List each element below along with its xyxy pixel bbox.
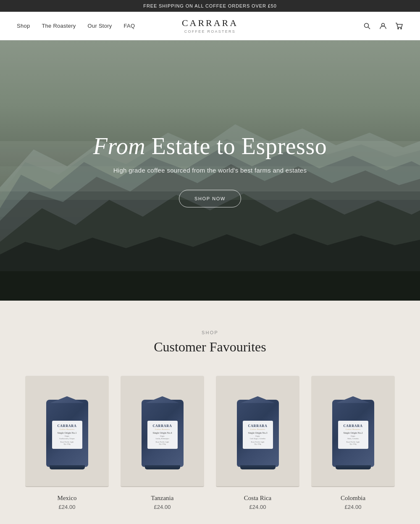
logo-title: CARRARA (182, 18, 238, 28)
cart-icon[interactable] (395, 22, 403, 30)
svg-point-0 (365, 23, 369, 27)
bag-label-costarica: CARRARA Coffee Roasters Single Origin No… (243, 421, 273, 448)
nav-roastery[interactable]: The Roastery (42, 23, 76, 29)
header: Shop The Roastery Our Story FAQ CARRARA … (0, 12, 420, 40)
products-grid: CARRARA Coffee Roasters Single Origin No… (25, 376, 395, 510)
product-image-mexico: CARRARA Coffee Roasters Single Origin No… (25, 376, 109, 487)
nav-our-story[interactable]: Our Story (88, 23, 112, 29)
shop-label: SHOP (25, 330, 395, 335)
hero-title: From Estate to Espresso (93, 134, 327, 160)
hero-title-rest: Estate to Espresso (145, 133, 327, 159)
product-card-mexico[interactable]: CARRARA Coffee Roasters Single Origin No… (25, 376, 109, 510)
main-nav: Shop The Roastery Our Story FAQ (17, 23, 135, 29)
header-icons (363, 22, 403, 30)
svg-point-3 (398, 28, 399, 29)
logo-subtitle: COFFEE ROASTERS (182, 29, 238, 34)
coffee-bag-costarica: CARRARA Coffee Roasters Single Origin No… (237, 400, 279, 467)
coffee-bag-colombia: CARRARA Coffee Roasters Single Origin No… (332, 400, 374, 467)
product-name-costarica: Costa Rica (216, 495, 299, 502)
hero-title-italic: From (93, 133, 146, 159)
coffee-bag-tanzania: CARRARA Coffee Roasters Single Origin No… (142, 400, 184, 467)
product-name-mexico: Mexico (25, 495, 109, 502)
product-price-mexico: £24.00 (25, 504, 109, 510)
hero-content: From Estate to Espresso High grade coffe… (93, 134, 327, 208)
account-icon[interactable] (379, 22, 387, 30)
product-name-colombia: Colombia (311, 495, 395, 502)
svg-rect-12 (0, 271, 420, 301)
nav-shop[interactable]: Shop (17, 23, 30, 29)
search-icon[interactable] (363, 22, 371, 30)
bag-label-mexico: CARRARA Coffee Roasters Single Origin No… (52, 421, 82, 448)
nav-faq[interactable]: FAQ (124, 23, 135, 29)
product-image-tanzania: CARRARA Coffee Roasters Single Origin No… (121, 376, 204, 487)
announcement-text: FREE SHIPPING ON ALL COFFEE ORDERS OVER … (143, 3, 276, 8)
svg-point-4 (401, 28, 402, 29)
product-price-costarica: £24.00 (216, 504, 299, 510)
announcement-bar: FREE SHIPPING ON ALL COFFEE ORDERS OVER … (0, 0, 420, 12)
product-price-tanzania: £24.00 (121, 504, 204, 510)
coffee-bag-mexico: CARRARA Coffee Roasters Single Origin No… (46, 400, 88, 467)
product-card-colombia[interactable]: CARRARA Coffee Roasters Single Origin No… (311, 376, 395, 510)
hero-cta-button[interactable]: SHOP NOW (179, 190, 241, 207)
product-name-tanzania: Tanzania (121, 495, 204, 502)
product-card-tanzania[interactable]: CARRARA Coffee Roasters Single Origin No… (121, 376, 204, 510)
product-price-colombia: £24.00 (311, 504, 395, 510)
bag-label-colombia: CARRARA Coffee Roasters Single Origin No… (338, 421, 368, 448)
product-image-costarica: CARRARA Coffee Roasters Single Origin No… (216, 376, 299, 487)
product-image-colombia: CARRARA Coffee Roasters Single Origin No… (311, 376, 395, 487)
hero-section: From Estate to Espresso High grade coffe… (0, 40, 420, 301)
shop-section: SHOP Customer Favourites CARRARA Coffee … (0, 301, 420, 524)
product-card-costarica[interactable]: CARRARA Coffee Roasters Single Origin No… (216, 376, 299, 510)
shop-title: Customer Favourites (25, 339, 395, 355)
bag-label-tanzania: CARRARA Coffee Roasters Single Origin No… (147, 421, 178, 448)
logo: CARRARA COFFEE ROASTERS (182, 18, 238, 33)
hero-subtitle: High grade coffee sourced from the world… (93, 167, 327, 174)
svg-line-1 (368, 27, 370, 29)
